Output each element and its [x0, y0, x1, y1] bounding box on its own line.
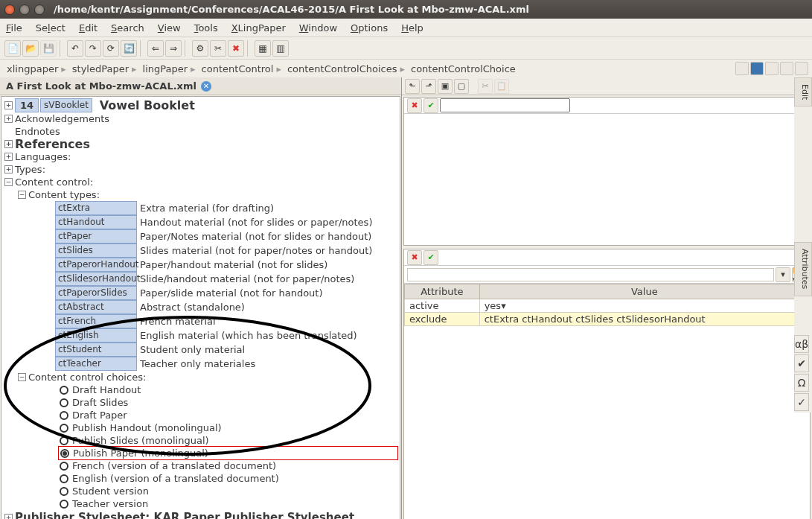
cc-choice[interactable]: Teacher version: [60, 497, 397, 510]
tree-item-pubstyle[interactable]: + Publisher Stylesheet: KAR Paper Publis…: [4, 512, 397, 519]
nav-back-icon[interactable]: ⇐: [147, 40, 164, 57]
sync-icon[interactable]: 🔄: [121, 40, 137, 57]
cc-choice[interactable]: French (version of a translated document…: [60, 459, 397, 472]
redo-icon[interactable]: ↷: [85, 40, 101, 57]
config-icon[interactable]: ⚙: [192, 40, 208, 57]
pick-attr-icon[interactable]: ▾: [776, 267, 790, 282]
breadcrumb-seg[interactable]: lingPaper▸: [140, 61, 197, 76]
minimize-icon[interactable]: [19, 4, 30, 15]
menu-help[interactable]: Help: [401, 22, 423, 34]
radio-icon[interactable]: [60, 487, 68, 496]
tree-item-languages[interactable]: +Languages:: [4, 150, 397, 163]
paste-node-icon[interactable]: 📋: [494, 79, 509, 94]
attr-value[interactable]: yes▾: [479, 299, 809, 313]
breadcrumb-seg[interactable]: styledPaper▸: [69, 61, 138, 76]
tree-item-content-control[interactable]: −Content control:: [4, 176, 397, 188]
refresh-icon[interactable]: ⟳: [103, 40, 119, 57]
expand-icon[interactable]: +: [4, 153, 13, 161]
content-type-row[interactable]: ctExtraExtra material (for drafting): [55, 201, 397, 215]
tree-item-booklet[interactable]: + 14 sVBooklet Vowel Booklet: [4, 98, 397, 112]
collapse-icon[interactable]: −: [4, 178, 13, 186]
close-icon[interactable]: [4, 4, 15, 15]
side-tab-attributes[interactable]: Attributes: [794, 242, 812, 296]
content-type-row[interactable]: ctSlidesSlides material (not for paper/n…: [55, 243, 397, 258]
content-type-row[interactable]: ctPaperorSlidesPaper/slide material (not…: [55, 286, 397, 300]
cc-choice[interactable]: Student version: [60, 485, 397, 497]
validate-icon[interactable]: ✓: [794, 393, 809, 411]
content-type-row[interactable]: ctPaperorHandoutPaper/handout material (…: [55, 258, 397, 272]
spellcheck-icon[interactable]: ✔: [794, 354, 809, 372]
new-file-icon[interactable]: 📄: [4, 40, 21, 57]
cc-choice[interactable]: Publish Slides (monolingual): [60, 434, 397, 447]
unwrap-icon[interactable]: ▢: [454, 79, 469, 94]
radio-icon[interactable]: [60, 398, 68, 407]
th-value[interactable]: Value: [479, 284, 809, 299]
close-tab-icon[interactable]: ✕: [201, 81, 211, 92]
menu-view[interactable]: View: [158, 22, 181, 34]
breadcrumb-seg[interactable]: contentControlChoices▸: [284, 61, 406, 76]
tree-item-cc-choices[interactable]: −Content control choices:: [18, 371, 397, 383]
content-type-row[interactable]: ctSlidesorHandoutSlide/handout material …: [55, 272, 397, 286]
menu-edit[interactable]: Edit: [79, 22, 97, 34]
th-attribute[interactable]: Attribute: [405, 284, 480, 299]
expand-icon[interactable]: +: [4, 101, 13, 109]
menu-window[interactable]: Window: [299, 22, 337, 34]
cut-icon[interactable]: ✂: [210, 40, 226, 57]
radio-icon[interactable]: [60, 386, 68, 395]
confirm-edit-icon[interactable]: ✔: [423, 98, 438, 113]
expand-icon[interactable]: +: [4, 165, 13, 173]
cc-choice[interactable]: Draft Handout: [60, 383, 397, 396]
toggle-2-icon[interactable]: ▥: [272, 40, 289, 57]
content-type-row[interactable]: ctTeacherTeacher only materiales: [55, 357, 397, 371]
expand-icon[interactable]: [795, 62, 808, 75]
content-type-row[interactable]: ctAbstractAbstract (standalone): [55, 300, 397, 314]
collapse-icon[interactable]: [780, 62, 793, 75]
radio-icon[interactable]: [60, 424, 68, 433]
tree-item-types[interactable]: +Types:: [4, 163, 397, 176]
cancel-attr-icon[interactable]: ✖: [407, 250, 422, 265]
file-tab[interactable]: A First Look at Mbo-zmw-ACAL.xml ✕: [0, 77, 401, 95]
toggle-1-icon[interactable]: ▦: [255, 40, 271, 57]
content-type-row[interactable]: ctPaperPaper/Notes material (not for sli…: [55, 229, 397, 243]
maximize-icon[interactable]: [34, 4, 45, 15]
insert-before-icon[interactable]: ⬑: [405, 79, 420, 94]
radio-icon[interactable]: [60, 449, 69, 458]
collapse-icon[interactable]: −: [18, 373, 26, 381]
breadcrumb-seg[interactable]: xlingpaper▸: [4, 61, 68, 76]
cut-node-icon[interactable]: ✂: [478, 79, 493, 94]
attr-value[interactable]: ctExtra ctHandout ctSlides ctSlidesorHan…: [479, 313, 809, 326]
tree-item-content-types[interactable]: −Content types:: [18, 188, 397, 201]
wrap-icon[interactable]: ▣: [438, 79, 453, 94]
content-type-row[interactable]: ctStudentStudent only material: [55, 343, 397, 357]
save-icon[interactable]: 💾: [40, 40, 57, 57]
menu-xlingpaper[interactable]: XLingPaper: [231, 22, 286, 34]
expand-icon[interactable]: +: [4, 115, 13, 123]
edit-textarea[interactable]: [404, 114, 810, 245]
cc-choice[interactable]: English (version of a translated documen…: [60, 472, 397, 485]
tree-item-references[interactable]: +References: [4, 138, 397, 150]
radio-icon[interactable]: [60, 436, 68, 445]
tree-item-endnotes[interactable]: Endnotes: [4, 125, 397, 138]
omega-icon[interactable]: Ω: [794, 374, 809, 392]
expand-icon[interactable]: +: [4, 514, 13, 519]
attr-row[interactable]: excludectExtra ctHandout ctSlides ctSlid…: [405, 313, 810, 326]
cc-choice[interactable]: Draft Paper: [60, 409, 397, 421]
radio-icon[interactable]: [60, 462, 68, 471]
menu-select[interactable]: Select: [36, 22, 65, 34]
cc-choice[interactable]: Publish Paper (monolingual): [60, 447, 396, 459]
palette-icon[interactable]: [735, 62, 749, 75]
menu-options[interactable]: Options: [351, 22, 388, 34]
tree-item-ack[interactable]: +Acknowledgements: [4, 112, 397, 125]
collapse-icon[interactable]: −: [18, 191, 26, 199]
expand-icon[interactable]: +: [4, 140, 13, 148]
world-icon[interactable]: [750, 62, 764, 75]
radio-icon[interactable]: [60, 411, 68, 420]
radio-icon[interactable]: [60, 474, 68, 483]
radio-icon[interactable]: [60, 500, 68, 509]
content-type-row[interactable]: ctFrenchFrench material: [55, 314, 397, 328]
nav-fwd-icon[interactable]: ⇒: [165, 40, 182, 57]
content-type-row[interactable]: ctEnglishEnglish material (which has bee…: [55, 328, 397, 343]
menu-file[interactable]: File: [6, 22, 22, 34]
breadcrumb-seg[interactable]: contentControl▸: [199, 61, 283, 76]
attr-value-input[interactable]: [440, 250, 807, 264]
